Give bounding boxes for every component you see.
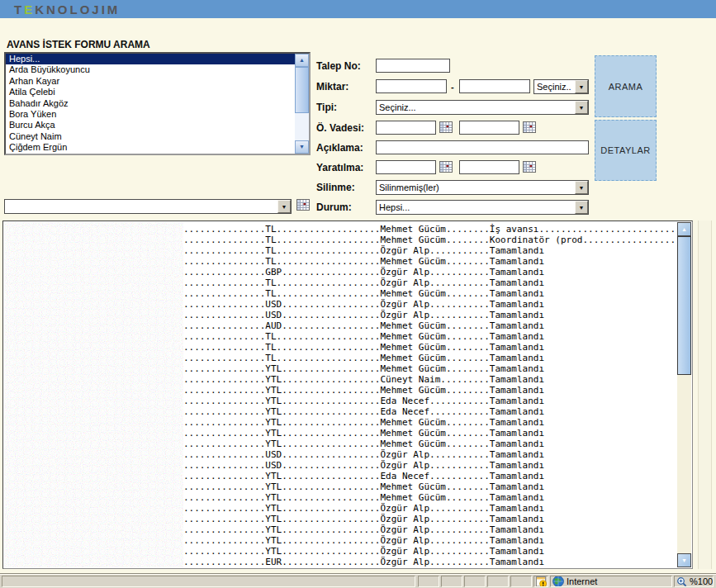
result-row[interactable]: ...............USD..................Özgü… [183, 299, 679, 310]
result-row[interactable]: ...............YTL..................Özgü… [183, 503, 679, 514]
result-row[interactable]: ...............YTL..................Mehm… [183, 363, 679, 374]
result-row[interactable]: ...............YTL..................Mehm… [183, 417, 679, 428]
result-row[interactable]: ...............YTL..................Özgü… [183, 514, 679, 524]
person-list-item[interactable]: Bahadır Akgöz [6, 98, 295, 109]
status-panel [510, 576, 532, 587]
miktar-range-separator: - [451, 82, 454, 92]
disabled-page-scrollbar [698, 220, 712, 569]
chevron-down-icon[interactable]: ▼ [575, 201, 588, 214]
result-row[interactable]: ...............TL...................Mehm… [183, 288, 679, 299]
person-list-item[interactable]: Cüneyt Naim [6, 131, 295, 142]
page-warning-icon [534, 576, 547, 587]
result-row[interactable]: ...............USD..................Özgü… [183, 460, 679, 471]
app-window: TEKNOLOJIM AVANS İSTEK FORMU ARAMA Hepsi… [0, 0, 716, 588]
result-row[interactable]: ...............USD..................Özgü… [183, 449, 679, 460]
o-vadesi-label: Ö. Vadesi: [316, 122, 364, 134]
silinme-label: Silinme: [316, 182, 355, 193]
result-row[interactable]: ...............YTL..................Eda … [183, 406, 679, 417]
person-listbox[interactable]: Hepsi...Arda BüyükkoyuncuArhan KayarAtil… [4, 52, 311, 155]
result-row[interactable]: ...............YTL..................Özgü… [183, 535, 679, 546]
result-row[interactable]: ...............YTL..................Mehm… [183, 428, 679, 439]
person-list-item[interactable]: Atila Çelebi [6, 87, 295, 97]
calendar-icon[interactable] [439, 161, 453, 173]
result-row[interactable]: ...............GBP..................Özgü… [183, 267, 679, 277]
result-row[interactable]: ...............USD..................Özgü… [183, 310, 679, 320]
status-panel [464, 576, 486, 587]
result-row[interactable]: ...............TL...................Mehm… [183, 353, 679, 363]
result-row[interactable]: ...............YTL..................Mehm… [183, 385, 679, 396]
miktar-label: Miktar: [316, 81, 349, 92]
logo-text: T [14, 2, 24, 17]
result-row[interactable]: ...............TL...................Mehm… [183, 224, 679, 235]
yaratilma-from-input[interactable] [376, 160, 436, 174]
silinme-select[interactable]: Silinmemiş(ler) ▼ [376, 180, 589, 195]
magnifier-zoom-icon [675, 576, 687, 587]
results-panel: ...............TL...................Mehm… [2, 220, 693, 569]
result-row[interactable]: ...............TL...................Mehm… [183, 342, 679, 353]
listbox-scrollbar[interactable]: ▲ ▼ [295, 54, 309, 154]
scroll-up-icon[interactable]: ▲ [677, 222, 691, 236]
chevron-down-icon[interactable]: ▼ [575, 101, 588, 114]
person-list-item[interactable]: Burcu Akça [6, 120, 295, 130]
person-list-item[interactable]: Arhan Kayar [6, 76, 295, 87]
logo-text-rest: KNOLOJIM [35, 2, 120, 17]
person-list-items: Hepsi...Arda BüyükkoyuncuArhan KayarAtil… [6, 54, 295, 154]
result-row[interactable]: ...............YTL..................Eda … [183, 471, 679, 481]
result-row[interactable]: ...............AUD..................Mehm… [183, 320, 679, 331]
talep-no-input[interactable] [376, 59, 450, 73]
calendar-icon[interactable] [296, 199, 310, 211]
results-scrollbar-thumb[interactable] [677, 236, 691, 375]
arama-button[interactable]: ARAMA [595, 55, 657, 117]
chevron-down-icon[interactable]: ▼ [277, 200, 291, 213]
status-zone-panel: Internet [550, 576, 672, 587]
person-list-item[interactable]: Bora Yüken [6, 109, 295, 120]
result-row[interactable]: ...............EUR..................Özgü… [183, 557, 679, 567]
result-row[interactable]: ...............YTL..................Mehm… [183, 439, 679, 449]
status-panel [418, 576, 439, 587]
yaratilma-to-input[interactable] [459, 160, 519, 174]
redacted-noise-region [4, 222, 183, 567]
miktar-to-input[interactable] [459, 79, 530, 93]
miktar-from-input[interactable] [376, 79, 447, 93]
result-row[interactable]: ...............TL...................Özgü… [183, 245, 679, 256]
status-main-panel [2, 576, 415, 587]
status-panel [441, 576, 462, 587]
result-row[interactable]: ...............TL...................Mehm… [183, 331, 679, 342]
scroll-down-icon[interactable]: ▼ [677, 553, 691, 567]
result-row[interactable]: ...............YTL..................Özgü… [183, 546, 679, 557]
result-row[interactable]: ...............YTL..................Özgü… [183, 524, 679, 535]
scroll-up-icon[interactable]: ▲ [295, 54, 309, 67]
person-list-item[interactable]: Hepsi... [6, 54, 295, 64]
tipi-select[interactable]: Seçiniz... ▼ [376, 100, 589, 115]
calendar-icon[interactable] [439, 121, 453, 133]
person-list-item[interactable]: Arda Büyükkoyuncu [6, 64, 295, 75]
miktar-currency-select[interactable]: Seçiniz.. ▼ [533, 79, 589, 94]
o-vadesi-to-input[interactable] [459, 121, 519, 135]
person-list-item[interactable]: Çiğdem Ergün [6, 142, 295, 153]
extra-select[interactable]: ▼ [4, 199, 292, 214]
result-row[interactable]: ...............YTL..................Mehm… [183, 481, 679, 492]
teknolojim-logo: TEKNOLOJIM [14, 2, 120, 17]
result-row[interactable]: ...............TL...................Özgü… [183, 277, 679, 288]
result-row[interactable]: ...............YTL..................Cüne… [183, 374, 679, 385]
durum-label: Durum: [316, 202, 352, 213]
detaylar-button[interactable]: DETAYLAR [595, 120, 657, 181]
chevron-down-icon[interactable]: ▼ [575, 181, 588, 194]
durum-select[interactable]: Hepsi... ▼ [376, 200, 589, 215]
result-row[interactable]: ...............TL...................Mehm… [183, 235, 679, 245]
result-row[interactable]: ...............YTL..................Eda … [183, 396, 679, 406]
internet-zone-label: Internet [564, 576, 597, 586]
results-scrollbar[interactable]: ▲ ▼ [677, 222, 691, 567]
status-zoom-panel[interactable]: %100 [674, 576, 714, 587]
calendar-icon[interactable] [523, 121, 536, 133]
calendar-icon[interactable] [523, 161, 536, 173]
aciklama-input[interactable] [376, 140, 589, 154]
o-vadesi-from-input[interactable] [376, 121, 436, 135]
scroll-down-icon[interactable]: ▼ [295, 140, 309, 154]
durum-value: Hepsi... [379, 202, 573, 212]
listbox-scrollbar-thumb[interactable] [295, 67, 309, 113]
chevron-down-icon[interactable]: ▼ [575, 80, 588, 93]
miktar-currency-value: Seçiniz.. [537, 82, 573, 92]
result-row[interactable]: ...............TL...................Mehm… [183, 256, 679, 267]
result-row[interactable]: ...............YTL..................Mehm… [183, 492, 679, 503]
